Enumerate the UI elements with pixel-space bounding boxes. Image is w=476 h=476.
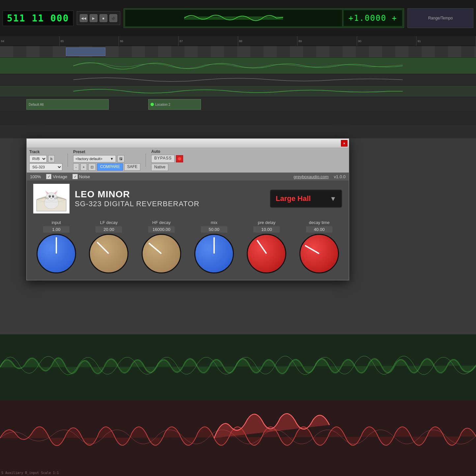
hf-decay-pointer — [149, 242, 162, 254]
input-knob-group: input 1.00 — [37, 220, 76, 273]
preset-controls: - + ⊡ COMPARE SAFE — [73, 163, 140, 171]
plugin-brand: LEO MINOR — [75, 189, 199, 200]
svg-point-13 — [49, 195, 50, 196]
pre-delay-label: pre delay — [258, 220, 275, 225]
plugin-title-block: LEO MINOR SG-323 DIGITAL REVERBERATOR — [75, 189, 199, 208]
ruler-mark-7: 90 — [357, 36, 417, 46]
lf-decay-label: LF decay — [100, 220, 118, 225]
plugin-header: LEO MINOR SG-323 DIGITAL REVERBERATOR La… — [33, 184, 342, 213]
website-link[interactable]: greyboxaudio.com — [294, 174, 328, 179]
safe-button[interactable]: SAFE — [124, 163, 140, 171]
daw-top-bar: 511 11 000 ◀◀ ▶ ■ ⚫ +1.0000 + Range/Temp… — [0, 0, 476, 36]
pre-delay-value: 10.00 — [253, 226, 280, 233]
knobs-section: input 1.00 LF decay 20.00 HF decay — [33, 220, 342, 273]
plugin-window: × Track RVB b SG-323 — [26, 138, 349, 280]
plugin-subtitle: SG-323 DIGITAL REVERBERATOR — [75, 200, 199, 208]
preset-display-name: Large Hall — [276, 194, 326, 203]
close-button[interactable]: × — [341, 140, 348, 147]
mix-pointer — [213, 237, 215, 254]
auto-label: Auto — [151, 149, 183, 154]
vintage-checkbox[interactable]: ✓ — [46, 174, 51, 179]
track-lane-1 — [0, 46, 476, 58]
preset-minus[interactable]: - — [73, 163, 79, 171]
preset-copy[interactable]: ⊡ — [88, 163, 96, 171]
hf-decay-value: 16000.00 — [148, 226, 175, 233]
track-lane-3 — [0, 74, 476, 86]
decay-time-knob[interactable] — [299, 234, 339, 273]
ruler-mark-2: 85 — [60, 36, 119, 46]
decay-time-knob-group: decay time 40.00 — [299, 220, 339, 273]
bypass-button[interactable]: BYPASS — [151, 155, 175, 163]
plugin-body: LEO MINOR SG-323 DIGITAL REVERBERATOR La… — [27, 181, 349, 280]
svg-rect-2 — [0, 400, 476, 476]
daw-bottom-area: S Auxiliary R_input Scale 1:1 — [0, 334, 476, 476]
hf-decay-knob[interactable] — [142, 234, 181, 273]
transport-btn-3[interactable]: ■ — [99, 14, 107, 22]
preset-selector[interactable]: Large Hall ▼ — [270, 189, 342, 208]
mix-value: 50.00 — [201, 226, 227, 233]
daw-background: 511 11 000 ◀◀ ▶ ■ ⚫ +1.0000 + Range/Temp… — [0, 0, 476, 476]
preset-dropdown[interactable]: <factory default> ▼ — [73, 155, 116, 162]
preset-section: Preset <factory default> ▼ 🖫 - + ⊡ COMPA… — [73, 150, 140, 171]
preset-down-arrow-icon: ▼ — [330, 195, 336, 203]
compare-button[interactable]: COMPARE — [97, 163, 123, 171]
daw-timeline: 84 85 86 87 88 89 90 91 — [0, 36, 476, 138]
rec-icon — [178, 157, 181, 160]
decay-time-pointer — [305, 245, 320, 254]
track-select2[interactable]: SG-323 — [29, 163, 62, 171]
noise-checkbox-group: ✓ Noise — [72, 174, 90, 179]
lf-decay-knob-group: LF decay 20.00 — [89, 220, 128, 273]
vintage-checkbox-group: ✓ Vintage — [46, 174, 67, 179]
input-knob-pointer — [56, 237, 57, 254]
track-row-1: RVB b — [29, 155, 62, 162]
ruler-mark-6: 89 — [297, 36, 357, 46]
zoom-level: 100% — [30, 174, 41, 179]
preset-label: Preset — [73, 150, 140, 154]
track-lane-5: Default Alt Location 2 — [0, 97, 476, 112]
plugin-options-bar: 100% ✓ Vintage ✓ Noise greyboxaudio.com … — [27, 173, 349, 181]
ruler-mark-4: 87 — [179, 36, 238, 46]
preset-row: <factory default> ▼ 🖫 — [73, 155, 140, 162]
lf-decay-pointer — [97, 241, 109, 254]
pre-delay-pointer — [257, 240, 267, 254]
svg-point-14 — [53, 195, 53, 196]
decay-time-label: decay time — [309, 220, 330, 225]
daw-counter: 511 11 000 — [3, 11, 73, 26]
ruler-mark-3: 86 — [119, 36, 179, 46]
pre-delay-knob-group: pre delay 10.00 — [247, 220, 286, 273]
vintage-label: Vintage — [53, 174, 67, 179]
track-select[interactable]: RVB — [29, 155, 47, 162]
timeline-ruler: 84 85 86 87 88 89 90 91 — [0, 36, 476, 46]
track-lane-6 — [0, 112, 476, 125]
transport-btn-2[interactable]: ▶ — [90, 14, 98, 22]
track-section: Track RVB b SG-323 — [29, 150, 62, 171]
noise-label: Noise — [79, 174, 90, 179]
transport-btn-1[interactable]: ◀◀ — [80, 14, 88, 22]
plugin-titlebar: × — [27, 139, 349, 148]
decay-time-value: 40.00 — [306, 226, 332, 233]
bottom-track-red: S Auxiliary R_input Scale 1:1 — [0, 400, 476, 476]
mix-knob[interactable] — [194, 234, 234, 273]
transport-btn-4[interactable]: ⚫ — [109, 14, 117, 22]
hf-decay-knob-group: HF decay 16000.00 — [142, 220, 181, 273]
track-row-2: SG-323 — [29, 163, 62, 171]
preset-icon-btn[interactable]: 🖫 — [117, 155, 125, 162]
lf-decay-knob[interactable] — [89, 234, 128, 273]
daw-transport: ◀◀ ▶ ■ ⚫ — [77, 11, 120, 25]
native-row: Native — [151, 164, 183, 171]
ruler-mark-8: 91 — [416, 36, 476, 46]
preset-dropdown-arrow: ▼ — [110, 157, 114, 161]
noise-checkbox[interactable]: ✓ — [72, 174, 78, 179]
track-b-button[interactable]: b — [48, 155, 55, 162]
rec-button[interactable] — [176, 155, 183, 162]
native-button[interactable]: Native — [151, 164, 168, 171]
preset-value: <factory default> — [75, 157, 102, 161]
plugin-toolbar: Track RVB b SG-323 Preset — [27, 148, 349, 173]
lf-decay-value: 20.00 — [96, 226, 122, 233]
input-knob[interactable] — [37, 234, 76, 273]
pre-delay-knob[interactable] — [247, 234, 286, 273]
version-label: v1.0.0 — [334, 174, 346, 179]
cat-logo-icon — [33, 184, 70, 213]
preset-plus[interactable]: + — [80, 163, 87, 171]
mix-label: mix — [211, 220, 217, 225]
